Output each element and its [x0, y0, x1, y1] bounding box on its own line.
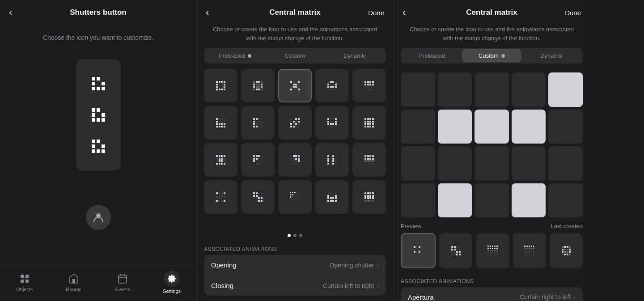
- mc-20[interactable]: [548, 183, 583, 218]
- panel3-tab-custom-label: Custom: [479, 52, 499, 59]
- panel3-tab-preloaded[interactable]: Preloaded: [402, 49, 462, 62]
- icon-cell-6[interactable]: [204, 106, 237, 140]
- mc-9[interactable]: [512, 110, 546, 144]
- panel3-tab-dynamic[interactable]: Dynamic: [521, 49, 581, 62]
- panel2-tab-custom[interactable]: Custom: [265, 49, 325, 62]
- icon-cell-16[interactable]: [204, 180, 237, 214]
- mc-10[interactable]: [548, 110, 583, 144]
- panel3-tab-custom[interactable]: Custom: [462, 49, 522, 62]
- pag-dot-3: [299, 234, 302, 237]
- panel-central-matrix-custom: ‹ Central matrix Done Choose or create t…: [394, 0, 590, 301]
- shutter-grid-mid: [92, 108, 105, 122]
- icon-cell-1[interactable]: [204, 69, 237, 102]
- mc-1[interactable]: [401, 72, 435, 107]
- panel1-title: Shutters button: [70, 8, 127, 17]
- icon-cell-18[interactable]: [278, 180, 312, 214]
- bottom-icon-4[interactable]: [513, 233, 546, 268]
- panel3-anim-row-apertura[interactable]: Apertura Curtain right to left ›: [401, 287, 583, 301]
- bottom-icon-3[interactable]: [476, 233, 509, 268]
- mc-6[interactable]: [401, 110, 435, 144]
- icon-cell-9[interactable]: [315, 106, 349, 140]
- panel3-tab-custom-dot: [501, 54, 505, 58]
- icon-cell-15[interactable]: [352, 143, 386, 177]
- icon-cell-2[interactable]: [241, 69, 275, 102]
- mc-5[interactable]: [548, 72, 583, 107]
- icon-14-matrix: [327, 155, 337, 165]
- panel2-anim-value-opening: Opening shutter ›: [330, 262, 379, 269]
- panel2-back-button[interactable]: ‹: [206, 7, 209, 18]
- panel3-back-button[interactable]: ‹: [402, 7, 406, 18]
- mc-15[interactable]: [548, 146, 583, 181]
- mc-13[interactable]: [475, 146, 509, 181]
- mc-11[interactable]: [401, 146, 435, 181]
- mc-14[interactable]: [512, 146, 546, 181]
- mc-18[interactable]: [475, 183, 509, 218]
- svg-rect-2: [25, 275, 29, 278]
- mc-16[interactable]: [401, 183, 435, 218]
- icon-20-matrix: [364, 192, 374, 202]
- panel2-anim-row-opening[interactable]: Opening Opening shutter ›: [204, 255, 386, 276]
- nav-item-events[interactable]: Events: [98, 272, 148, 292]
- avatar: [86, 205, 111, 230]
- icon-cell-5[interactable]: [352, 69, 386, 102]
- bottom-icon-1-matrix: [414, 246, 423, 255]
- bottom-icon-1[interactable]: [401, 233, 436, 268]
- bottom-icon-2[interactable]: [439, 233, 472, 268]
- icon-cell-3[interactable]: [278, 69, 312, 102]
- icon-cell-12[interactable]: [241, 143, 275, 177]
- panel2-done-button[interactable]: Done: [368, 9, 384, 17]
- panel2-title: Central matrix: [269, 8, 320, 17]
- panel2-animations-list: Opening Opening shutter › Closing Curtai…: [204, 255, 386, 296]
- tab-dynamic-label: Dynamic: [343, 52, 366, 59]
- icon-cell-8[interactable]: [278, 106, 312, 140]
- mc-17[interactable]: [438, 183, 472, 218]
- icon-cell-11[interactable]: [204, 143, 237, 177]
- bottom-icon-5[interactable]: [550, 233, 583, 268]
- icon-19-matrix: [327, 192, 337, 202]
- icon-cell-20[interactable]: [352, 180, 386, 214]
- nav-item-settings[interactable]: Settings: [147, 271, 196, 294]
- panel3-done-button[interactable]: Done: [565, 9, 581, 17]
- panel2-icon-grid-container: [197, 69, 393, 229]
- icon-cell-7[interactable]: [241, 106, 275, 140]
- svg-rect-5: [72, 279, 75, 283]
- panel2-tab-preloaded[interactable]: Preloaded: [205, 49, 265, 62]
- icon-cell-19[interactable]: [315, 180, 349, 214]
- panel2-tab-dynamic[interactable]: Dynamic: [325, 49, 385, 62]
- icon-15-matrix: [364, 155, 374, 165]
- icon-2-matrix: [253, 81, 263, 90]
- icon-17-matrix: [253, 192, 263, 202]
- icon-12-matrix: [253, 155, 263, 165]
- mc-12[interactable]: [438, 146, 472, 181]
- panel3-preview-label: Preview: [401, 223, 421, 229]
- panel-shutters-button: ‹ Shutters button Choose the icon you wa…: [0, 0, 197, 301]
- panel2-tab-row: Preloaded Custom Dynamic: [204, 48, 386, 64]
- icon-1-matrix: [216, 81, 225, 90]
- mc-7[interactable]: [438, 110, 472, 144]
- settings-icon-bg: [164, 271, 180, 287]
- mc-3[interactable]: [475, 72, 509, 107]
- tab-custom-label: Custom: [285, 52, 305, 59]
- mc-8[interactable]: [475, 110, 509, 144]
- icon-cell-10[interactable]: [352, 106, 386, 140]
- panel1-back-button[interactable]: ‹: [9, 7, 12, 18]
- bottom-nav: Objects Rooms Events: [0, 266, 196, 301]
- nav-item-objects[interactable]: Objects: [0, 272, 49, 292]
- panel2-chevron-closing: ›: [377, 282, 379, 289]
- mc-4[interactable]: [512, 72, 546, 107]
- icon-cell-4[interactable]: [315, 69, 349, 102]
- pag-dot-2: [293, 234, 297, 237]
- tab-preloaded-label: Preloaded: [219, 52, 245, 59]
- panel2-anim-label-closing: Closing: [211, 282, 233, 289]
- panel3-bottom-icon-row: [394, 233, 590, 273]
- panel2-animations-label: Associated animations: [197, 242, 393, 255]
- icon-cell-14[interactable]: [315, 143, 349, 177]
- icon-cell-17[interactable]: [241, 180, 275, 214]
- mc-2[interactable]: [438, 72, 472, 107]
- nav-item-rooms[interactable]: Rooms: [49, 272, 98, 292]
- mc-19[interactable]: [512, 183, 546, 218]
- icon-cell-13[interactable]: [278, 143, 312, 177]
- panel3-anim-value-apertura: Curtain right to left ›: [520, 293, 576, 301]
- bottom-icon-5-matrix: [562, 246, 571, 255]
- panel2-anim-row-closing[interactable]: Closing Curtain left to right ›: [204, 276, 386, 296]
